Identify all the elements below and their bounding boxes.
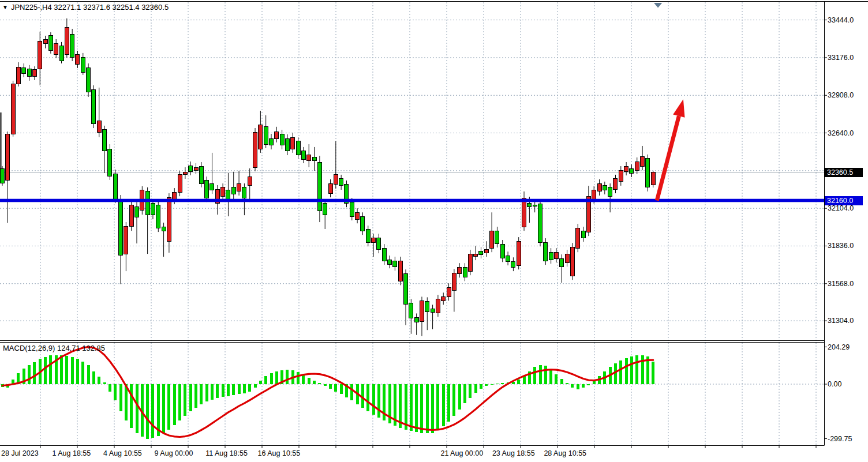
- candle-body: [522, 198, 526, 227]
- candle-body: [361, 216, 365, 231]
- macd-bar: [173, 384, 176, 425]
- price-axis-label: 32104.0: [828, 204, 854, 212]
- macd-bar: [491, 384, 493, 385]
- macd-bar: [264, 376, 267, 384]
- macd-bar: [501, 383, 504, 384]
- candle-body: [425, 302, 429, 312]
- candle-body: [317, 163, 321, 211]
- macd-bar: [436, 384, 439, 430]
- candle-body: [264, 127, 268, 144]
- candle-body: [646, 159, 650, 187]
- chevron-down-icon[interactable]: ▼: [2, 4, 8, 10]
- candle-body: [490, 231, 494, 248]
- trend-arrow-annotation[interactable]: [657, 99, 684, 200]
- macd-bar: [200, 384, 203, 404]
- time-axis-label: 9 Aug 00:00: [155, 449, 193, 457]
- candle-body: [312, 157, 316, 160]
- macd-bar: [33, 362, 36, 384]
- macd-bar: [571, 384, 574, 388]
- macd-bar: [65, 356, 68, 384]
- macd-bar: [108, 384, 111, 392]
- candle-body: [366, 230, 370, 242]
- macd-signal-line: [2, 347, 653, 437]
- candle-body: [328, 183, 332, 193]
- time-axis-label: 28 Jul 2023: [1, 449, 39, 457]
- candle-body: [458, 267, 462, 273]
- candle-body: [270, 138, 274, 145]
- macd-bar: [410, 384, 413, 431]
- chart-canvas[interactable]: [0, 0, 868, 462]
- candle-body: [603, 186, 607, 190]
- candle-body: [619, 170, 623, 182]
- candlestick-series[interactable]: [1, 18, 656, 336]
- macd-bar: [582, 384, 585, 388]
- candle-body: [334, 175, 338, 185]
- macd-bar: [49, 355, 52, 384]
- candle-body: [570, 247, 574, 276]
- candle-body: [442, 296, 446, 301]
- candle-body: [554, 252, 558, 258]
- level-price-tag: 32160.0: [825, 196, 863, 205]
- candle-body: [307, 155, 311, 160]
- macd-bar: [442, 384, 445, 426]
- candle-body: [581, 231, 585, 238]
- macd-bar: [405, 384, 407, 430]
- price-axis-label: 31836.0: [828, 242, 854, 250]
- grid-lines: [0, 2, 824, 445]
- macd-bar: [447, 384, 450, 422]
- candle-body: [275, 132, 279, 138]
- candle-body: [199, 166, 203, 183]
- macd-bar: [238, 384, 241, 394]
- macd-bar: [151, 384, 154, 438]
- horizontal-level-line[interactable]: [0, 199, 824, 202]
- macd-bar: [625, 358, 628, 384]
- candle-body: [6, 134, 10, 181]
- candle-body: [1, 169, 5, 183]
- candle-body: [296, 141, 300, 155]
- macd-bar: [205, 384, 208, 401]
- macd-bar: [81, 362, 84, 384]
- macd-bar: [340, 384, 343, 394]
- candle-body: [48, 36, 53, 50]
- candle-body: [576, 228, 580, 248]
- macd-bar: [103, 382, 106, 384]
- candle-body: [506, 256, 510, 261]
- macd-bar: [641, 355, 644, 384]
- macd-bar: [87, 365, 90, 384]
- candle-body: [129, 205, 133, 226]
- macd-bar: [136, 384, 139, 433]
- candle-body: [108, 149, 112, 176]
- title-text: JPN225-,H4 32271.1 32371.6 32251.4 32360…: [11, 3, 169, 12]
- candle-body: [592, 190, 596, 200]
- candle-body: [404, 273, 408, 304]
- macd-bar: [480, 384, 482, 389]
- candle-body: [103, 130, 107, 151]
- macd-bar: [119, 384, 122, 411]
- macd-bar: [350, 384, 353, 400]
- time-axis-label: 11 Aug 18:55: [205, 449, 248, 457]
- candle-body: [167, 197, 171, 241]
- candle-body: [301, 151, 305, 159]
- candle-body: [350, 202, 354, 216]
- macd-bar: [549, 370, 552, 384]
- candle-body: [119, 199, 123, 255]
- time-axis-label: 1 Aug 18:55: [53, 449, 91, 457]
- candle-body: [221, 187, 225, 196]
- time-axis-label: 16 Aug 10:55: [258, 449, 301, 457]
- macd-bar: [308, 378, 310, 384]
- candle-body: [527, 203, 532, 206]
- candle-body: [81, 58, 85, 72]
- price-axis-label: 33444.0: [828, 16, 854, 24]
- candle-body: [463, 267, 467, 277]
- macd-bar: [60, 355, 63, 384]
- macd-bar: [566, 383, 568, 384]
- candle-body: [162, 227, 166, 231]
- candle-body: [54, 43, 58, 55]
- candle-body: [11, 84, 15, 134]
- candle-body: [124, 226, 128, 254]
- candle-body: [65, 28, 69, 55]
- candle-body: [484, 249, 488, 253]
- candle-body: [560, 258, 564, 266]
- price-axis-label: 31304.0: [828, 317, 854, 325]
- candle-body: [92, 89, 96, 124]
